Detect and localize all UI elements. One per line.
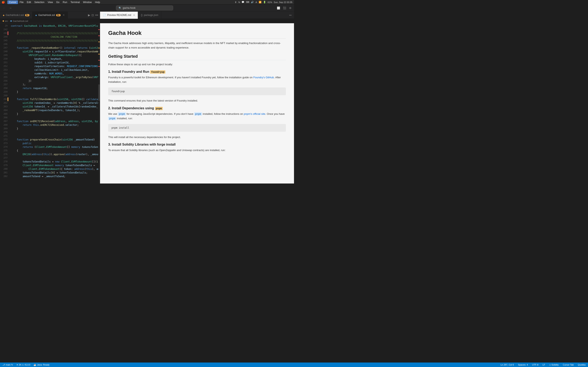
line-num: 243 [0, 31, 8, 35]
menu-file[interactable]: File [18, 0, 25, 4]
menu-help[interactable]: Help [93, 0, 102, 4]
code-line [11, 94, 96, 98]
step3-desc: To ensure that all Solidity libraries (s… [108, 148, 286, 152]
code-line [11, 131, 96, 134]
line-num: 253 [0, 68, 8, 72]
siri-icon: 🎙 [234, 1, 237, 3]
run-button[interactable]: ▶ [88, 13, 90, 17]
tab-preview-readme[interactable]: 📄 Preview README.md ✕ [100, 12, 138, 19]
tab-package-json[interactable]: {} package.json [138, 12, 161, 19]
wifi-icon: 📶 [259, 1, 261, 3]
more-tabs-button[interactable]: ••• [289, 14, 294, 16]
forward-button[interactable]: → [8, 6, 13, 10]
foundry-link[interactable]: Foundry's GitHub [253, 76, 274, 79]
menu-run[interactable]: Run [61, 0, 69, 4]
line-num: 244 [0, 35, 8, 39]
pnpm-install-code-block: pnpm install [108, 124, 286, 132]
line-num: 267 [0, 119, 8, 123]
code-line: _redeemNFT(requestedSenders, tokenId_); [11, 108, 96, 112]
file-icon-sm: ◆ [10, 20, 12, 22]
more-options-button[interactable]: ••• [95, 13, 98, 17]
menu-go[interactable]: Go [54, 0, 61, 4]
code-line: return requestId; [11, 86, 96, 90]
line-num: 252 [0, 64, 8, 68]
volume-icon: 🔊 [251, 1, 254, 3]
step2-after: This will install all the necessary depe… [108, 135, 286, 140]
breadcrumb-src[interactable]: src [5, 20, 8, 22]
tab-gacha-hook[interactable]: ◆ GachaHook.sol 9+ ✕ [33, 12, 68, 19]
line-num: 251 [0, 61, 8, 64]
battery-pct: 61% [268, 1, 272, 3]
scroll-thumb[interactable] [98, 84, 100, 101]
editor-scrollbar[interactable] [98, 23, 100, 184]
split-editor-icon[interactable]: ⬜ [276, 6, 281, 10]
menu-edit[interactable]: Edit [25, 0, 33, 4]
line-num: 270 [0, 131, 8, 134]
tab-badge: 9+ [56, 14, 61, 16]
line-num: 29 [0, 24, 8, 28]
scroll-mark [98, 29, 100, 30]
line-num: 246 [0, 42, 8, 46]
code-content[interactable]: contract GachaHook is BaseHook, ERC20, V… [9, 23, 98, 184]
code-line: tokensToSendDetails = new Client.EVMToke… [11, 160, 96, 164]
line-num: 262 [0, 101, 8, 105]
layout-icon[interactable]: ⬛ [282, 6, 287, 10]
pnpm-code2: pnpm [194, 112, 202, 116]
tab-label: GachaHook.sol [38, 14, 55, 17]
line-num: 265 [0, 112, 8, 116]
line-num: 256 [0, 79, 8, 83]
preview-panel: Gacha Hook The Gacha Hook addresses high… [100, 23, 294, 184]
menu-selection[interactable]: Selection [33, 0, 46, 4]
line-numbers: 29 242 243 244 245 246 247 248 249 250 2… [0, 23, 9, 184]
line-num: 264 [0, 108, 8, 112]
code-line: function onERC721Received(address, addre… [11, 119, 96, 123]
code-area[interactable]: 29 242 243 244 245 246 247 248 249 250 2… [0, 23, 100, 184]
line-num: 258 [0, 86, 8, 90]
menu-view[interactable]: View [46, 0, 54, 4]
code-line [11, 156, 96, 160]
code-line: ////////////////////////////////////////… [11, 39, 96, 42]
line-num: 263 [0, 105, 8, 108]
settings-icon[interactable]: ⚙ [288, 6, 292, 10]
step3-heading: 3. Install Solidity Libraries with forge… [108, 143, 286, 146]
file-icon: ◆ [35, 14, 37, 16]
getting-started-heading: Getting Started [108, 54, 286, 60]
pnpm-code1: pnpm [118, 112, 126, 116]
split-view-button[interactable]: ⊡ [91, 13, 94, 17]
line-num: 254 [0, 72, 8, 75]
tab-close-preview[interactable]: ✕ [133, 14, 135, 17]
line-num: 273 [0, 142, 8, 145]
code-line [11, 134, 96, 138]
back-button[interactable]: ← [2, 6, 7, 10]
tab-badge: 9+ [25, 14, 29, 16]
scroll-mark-warning [98, 42, 100, 42]
code-line: function _requestRandomNumber() internal… [11, 46, 96, 50]
line-num: 268 [0, 123, 8, 127]
code-line: public [11, 142, 96, 145]
menu-cursor[interactable]: Cursor [7, 0, 18, 4]
menu-window[interactable]: Window [81, 0, 94, 4]
code-line: Client.EVMTokenAmount({ token: address(t… [11, 167, 96, 171]
line-num: 260 [0, 94, 8, 98]
code-line [11, 42, 96, 46]
line-num: 261 [0, 98, 8, 101]
search-bar[interactable]: 🔍 gacha-hook [116, 6, 173, 10]
code-line: ); [11, 83, 96, 86]
line-num: 271 [0, 134, 8, 138]
battery-icon: 🔋 [263, 1, 266, 3]
pnpm-link[interactable]: pnpm's official site [244, 112, 265, 115]
menu-terminal[interactable]: Terminal [69, 0, 81, 4]
menubar-right: 🎙 N 💬 ⌨ 🔊 A 📶 🔋 61% Sun, Sep 22 03:35 [234, 1, 292, 3]
code-line: /*//////////////////////////////////////… [11, 31, 96, 35]
line-num: 278 [0, 160, 8, 164]
apple-icon[interactable]: 🍎 [2, 1, 5, 4]
breadcrumb-file[interactable]: GachaHook.sol [13, 20, 28, 22]
tab-label: Preview README.md [107, 14, 131, 17]
main-layout: 29 242 243 244 245 246 247 248 249 250 2… [0, 23, 294, 184]
line-num: 280 [0, 167, 8, 171]
tab-gacha-hook-test[interactable]: ◆ GachaHook.t.sol 9+ [0, 12, 33, 19]
pnpm-code-h: pnpm [155, 107, 163, 110]
line-num: 279 [0, 164, 8, 167]
tab-close-button[interactable]: ✕ [63, 14, 65, 17]
tab-label: GachaHook.t.sol [6, 14, 24, 17]
